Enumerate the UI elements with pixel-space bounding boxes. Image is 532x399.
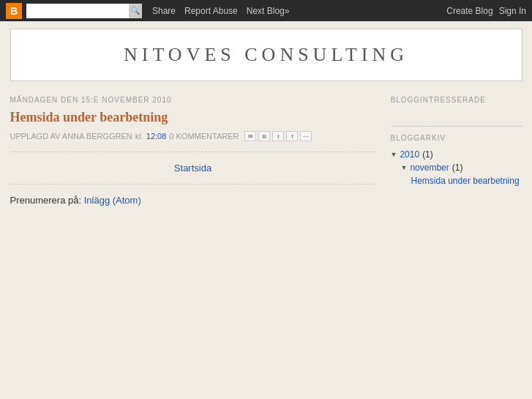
post-time[interactable]: 12:08 xyxy=(146,132,167,141)
post-meta-kl: kl. xyxy=(135,132,143,141)
post-date: Måndagen den 15:e November 2010 xyxy=(10,96,376,104)
post-meta-prefix: Upplagd av Anna Berggren xyxy=(10,132,132,141)
archive-year-count: (1) xyxy=(422,149,433,160)
report-abuse-link[interactable]: Report Abuse xyxy=(180,6,242,16)
archive-month-row: ▼ november (1) xyxy=(391,163,522,173)
content-area: Måndagen den 15:e November 2010 Hemsida … xyxy=(10,96,522,210)
archive-post-row: Hemsida under bearbetning xyxy=(391,176,522,186)
post-divider xyxy=(10,152,376,152)
archive-post-link[interactable]: Hemsida under bearbetning xyxy=(411,176,520,186)
navbar-right: Create Blog Sign In xyxy=(446,6,526,16)
more-share-icon[interactable]: ⋯ xyxy=(300,131,312,141)
startsida-link[interactable]: Startsida xyxy=(10,163,376,174)
search-button[interactable]: 🔍 xyxy=(129,4,142,18)
archive-title: Bloggarkiv xyxy=(391,134,522,142)
bloggintresserade-title: Bloggintresserade xyxy=(391,96,522,104)
blog-title: NITOVES CONSULTING xyxy=(18,44,514,66)
logo-letter: B xyxy=(10,5,18,17)
month-triangle-icon: ▼ xyxy=(401,164,408,171)
subscribe-label: Prenumerera på: xyxy=(10,195,82,206)
facebook-share-icon[interactable]: f xyxy=(286,131,298,141)
sidebar-bloggintresserade: Bloggintresserade xyxy=(391,96,522,104)
post-title[interactable]: Hemsida under bearbetning xyxy=(10,110,376,125)
archive-month-count: (1) xyxy=(452,163,463,173)
next-blog-link[interactable]: Next Blog» xyxy=(242,6,294,16)
search-input[interactable] xyxy=(26,4,129,18)
archive-year-row: ▼ 2010 (1) xyxy=(391,149,522,160)
sign-in-link[interactable]: Sign In xyxy=(499,6,526,16)
post-divider-2 xyxy=(10,184,376,184)
share-link[interactable]: Share xyxy=(148,6,180,16)
year-triangle-icon: ▼ xyxy=(391,151,397,158)
create-blog-link[interactable]: Create Blog xyxy=(446,6,492,16)
navbar: B 🔍 Share Report Abuse Next Blog» Create… xyxy=(0,0,532,21)
blog-share-icon[interactable]: B xyxy=(258,131,270,141)
share-icons: ✉ B t f ⋯ xyxy=(244,131,312,141)
subscribe-link[interactable]: Inlägg (Atom) xyxy=(84,195,141,206)
navbar-links: Share Report Abuse Next Blog» xyxy=(148,6,293,16)
archive-section: Bloggarkiv ▼ 2010 (1) ▼ november (1) Hem… xyxy=(391,126,522,186)
post-meta: Upplagd av Anna Berggren kl. 12:08 0 Kom… xyxy=(10,131,376,141)
subscribe-section: Prenumerera på: Inlägg (Atom) xyxy=(10,195,376,206)
sidebar: Bloggintresserade Bloggarkiv ▼ 2010 (1) … xyxy=(391,96,522,210)
archive-month-link[interactable]: november xyxy=(410,163,449,173)
page-wrapper: NITOVES CONSULTING Måndagen den 15:e Nov… xyxy=(10,21,522,217)
twitter-share-icon[interactable]: t xyxy=(272,131,284,141)
archive-year-link[interactable]: 2010 xyxy=(400,149,419,160)
blog-header: NITOVES CONSULTING xyxy=(10,29,522,81)
main-column: Måndagen den 15:e November 2010 Hemsida … xyxy=(10,96,376,210)
post-comments-link[interactable]: 0 Kommentarer xyxy=(169,132,239,141)
blogger-logo-button[interactable]: B xyxy=(6,3,22,19)
email-share-icon[interactable]: ✉ xyxy=(244,131,256,141)
